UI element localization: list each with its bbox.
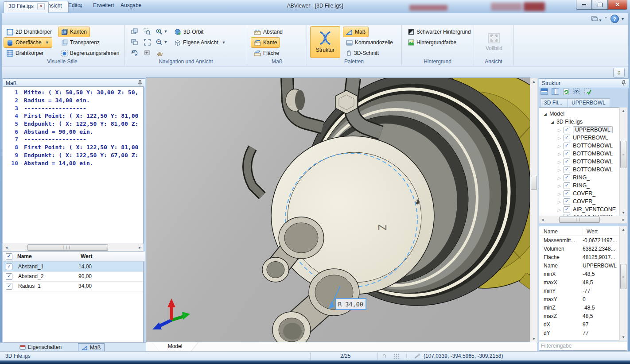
log-horizontal-scrollbar[interactable]: ◄ ▏▏▏ ► [3, 244, 144, 252]
snap-toggle-icon[interactable]: ∩ [382, 352, 387, 359]
tree-node-part[interactable]: BOTTOMBOWL [558, 158, 613, 166]
props-row[interactable]: maxX48,5 [539, 278, 620, 287]
pin-icon[interactable] [138, 80, 142, 86]
ortho-toggle-icon[interactable]: ⊥ [404, 352, 409, 360]
pan-hand-icon[interactable] [154, 48, 165, 58]
tree-node-part[interactable]: AIR_VENTCONE [558, 205, 616, 213]
document-tab[interactable]: 3D File.igs ✕ [4, 1, 49, 13]
scrollbar-thumb[interactable]: ≡ [620, 264, 626, 289]
measurement-log[interactable]: 1Mitte: ( X: 50,50 Y: 30,00 Z: 50, 2Radi… [3, 86, 144, 244]
checkbox-checked-icon[interactable] [6, 283, 12, 290]
checkbox-checked-icon[interactable] [564, 151, 570, 157]
button-begrenzungsrahmen[interactable]: Begrenzungsrahmen [58, 48, 122, 58]
button-kommandozeile[interactable]: Kommandozeile [343, 37, 396, 48]
scrollbar-thumb[interactable]: ≡ [620, 141, 626, 168]
scroll-left-icon[interactable]: ◄ [539, 216, 546, 223]
expander-open-icon[interactable] [551, 119, 554, 125]
props-row[interactable]: dY77 [539, 329, 620, 337]
scroll-down-icon[interactable]: ▼ [620, 334, 627, 341]
tree-node-part[interactable]: COVER_ [558, 197, 595, 205]
table-row[interactable]: Abstand_1 14,00 [3, 262, 143, 272]
tree-node-part[interactable]: RING_ [558, 182, 590, 190]
window-rotate-icon[interactable] [129, 27, 140, 36]
checkbox-checked-icon[interactable] [6, 263, 12, 270]
zoom-extents-icon[interactable] [142, 37, 152, 47]
ui-style-dropdown[interactable]: ▾ [591, 15, 602, 23]
props-row[interactable]: maxY0 [539, 295, 620, 303]
table-row[interactable]: Radius_1 34,00 [3, 281, 143, 291]
expander-closed-icon[interactable] [558, 127, 561, 133]
expander-closed-icon[interactable] [558, 190, 561, 197]
expander-closed-icon[interactable] [558, 206, 561, 213]
expander-closed-icon[interactable] [558, 198, 561, 205]
tree-node-part[interactable]: BOTTOMBOWL [558, 142, 613, 150]
props-row[interactable]: Fläche48125,9017... [539, 253, 620, 261]
tab-editor[interactable]: Editor [62, 1, 88, 12]
scrollbar-thumb[interactable]: ▏▏ [559, 217, 600, 223]
tree-node-part[interactable]: COVER_ [558, 190, 595, 197]
checkbox-checked-icon[interactable] [564, 135, 570, 141]
props-vertical-scrollbar[interactable]: ▲ ≡ ▼ [619, 226, 627, 341]
tab-eigenschaften[interactable]: Eigenschaften [16, 343, 65, 351]
props-row[interactable]: Volumen63822,2348... [539, 244, 620, 253]
expander-closed-icon[interactable] [558, 143, 561, 149]
expander-closed-icon[interactable] [558, 159, 561, 165]
expander-closed-icon[interactable] [558, 174, 561, 181]
model-tab[interactable]: Model [152, 342, 198, 352]
checkbox-checked-icon[interactable] [564, 167, 570, 173]
select-visible-icon[interactable] [573, 88, 580, 96]
scroll-down-icon[interactable]: ▼ [530, 336, 537, 342]
close-button[interactable]: ✕ [608, 0, 627, 10]
ribbon-collapse-button[interactable]: ⌃ [604, 16, 608, 21]
pin-icon[interactable] [622, 80, 626, 86]
button-2d-drahtkoerper[interactable]: 2D Drahtkörper [4, 27, 55, 37]
previous-view-icon[interactable] [142, 48, 152, 58]
button-eigene-ansicht[interactable]: Eigene Ansicht▼ [171, 37, 229, 48]
button-drahtkoerper[interactable]: Drahtkörper [4, 48, 47, 58]
column-header-name[interactable]: Name [15, 252, 81, 262]
select-check-icon[interactable] [584, 88, 592, 96]
expander-closed-icon[interactable] [558, 151, 561, 157]
checkbox-checked-icon[interactable] [564, 182, 570, 189]
scroll-down-icon[interactable]: ▼ [620, 209, 627, 216]
checkbox-checked-icon[interactable] [564, 190, 570, 197]
select-all-header[interactable] [3, 252, 15, 262]
split-vertical-icon[interactable] [552, 88, 559, 96]
expander-closed-icon[interactable] [558, 182, 561, 189]
help-dropdown[interactable]: ▾ [622, 16, 624, 21]
props-row[interactable]: minZ-48,5 [539, 303, 620, 312]
scrollbar-thumb[interactable]: ▏▏▏ [27, 244, 108, 251]
window-cascade-icon[interactable] [129, 37, 140, 47]
scroll-left-icon[interactable]: ◄ [3, 244, 10, 251]
tree-node-part[interactable]: BOTTOMBOWL [558, 166, 613, 174]
button-3d-schnitt[interactable]: 3D-Schnitt [343, 48, 382, 58]
checkbox-checked-icon[interactable] [564, 159, 570, 165]
scroll-up-icon[interactable]: ▲ [620, 108, 627, 114]
button-3d-orbit[interactable]: 3D-Orbit [171, 27, 206, 37]
button-oberflaeche[interactable]: Oberfläche▼ [4, 37, 52, 48]
zoom-in-button[interactable]: ▼ [154, 27, 169, 36]
scroll-right-icon[interactable]: ► [620, 216, 627, 223]
button-hintergrundfarbe[interactable]: Hintergrundfarbe [405, 37, 459, 48]
split-horizontal-icon[interactable] [541, 88, 548, 96]
button-flaeche[interactable]: Fläche [251, 48, 282, 58]
props-row[interactable]: minX-48,5 [539, 270, 620, 278]
checkbox-checked-icon[interactable] [564, 127, 570, 133]
tree-node-file[interactable]: 3D File.igs [551, 118, 583, 126]
tree-node-part[interactable]: UPPERBOWL [558, 126, 613, 134]
scroll-up-icon[interactable]: ▲ [530, 78, 537, 85]
minimize-button[interactable] [576, 0, 592, 10]
scrollbar-thumb[interactable] [531, 176, 537, 190]
tree-horizontal-scrollbar[interactable]: ◄ ▏▏ ► [539, 216, 627, 224]
refresh-icon[interactable] [563, 88, 569, 97]
3d-model-canvas[interactable]: Z [146, 78, 530, 342]
button-mass-palette[interactable]: Maß [343, 27, 369, 37]
scroll-right-icon[interactable]: ► [136, 244, 143, 251]
button-vollbild[interactable]: Vollbild [479, 26, 509, 58]
grid-toggle-icon[interactable] [393, 353, 400, 360]
tree-node-part[interactable]: RING_ [558, 174, 590, 182]
props-row[interactable]: minY-77 [539, 287, 620, 295]
expander-closed-icon[interactable] [558, 167, 561, 173]
tab-list-chevron-button[interactable] [613, 68, 625, 77]
expander-open-icon[interactable] [544, 111, 547, 117]
